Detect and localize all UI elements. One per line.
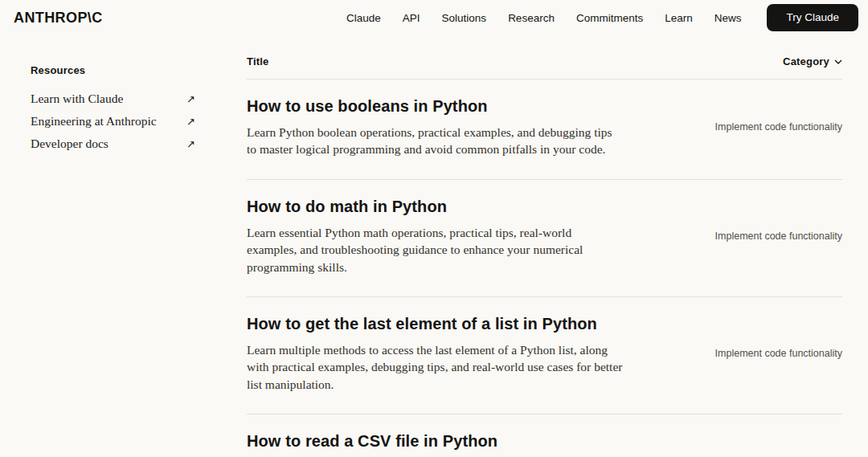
anthropic-logo[interactable]: ANTHROP\C [14,10,103,27]
article-category: Implement code functionality [699,231,842,242]
article-category: Implement code functionality [699,121,842,133]
sidebar-item-learn-with-claude[interactable]: Learn with Claude ↗ [31,88,195,110]
category-column-header: Category [783,55,829,67]
article-link[interactable]: How to read a CSV file in Python Learn m… [247,431,624,457]
nav-item-commitments[interactable]: Commitments [576,12,643,24]
nav-item-claude[interactable]: Claude [346,12,381,24]
article-row: How to read a CSV file in Python Learn m… [247,414,842,457]
nav-item-news[interactable]: News [714,12,742,24]
sidebar-item-label: Learn with Claude [31,92,123,106]
article-description: Learn essential Python math operations, … [247,224,624,275]
article-title[interactable]: How to get the last element of a list in… [247,314,624,334]
try-claude-button[interactable]: Try Claude [767,4,858,31]
list-header: Title Category [247,35,842,80]
chevron-down-icon [834,59,842,64]
article-category: Implement code functionality [699,348,842,359]
site-header: ANTHROP\C Claude API Solutions Research … [0,0,868,35]
external-link-arrow-icon: ↗ [186,93,195,105]
external-link-arrow-icon: ↗ [186,116,195,128]
article-row: How to get the last element of a list in… [247,297,842,414]
nav-item-solutions[interactable]: Solutions [442,12,487,24]
article-description: Learn multiple methods to access the las… [247,341,624,393]
nav-item-api[interactable]: API [403,12,420,24]
resource-list: Title Category How to use booleans in Py… [247,35,842,457]
external-link-arrow-icon: ↗ [186,138,195,150]
article-link[interactable]: How to use booleans in Python Learn Pyth… [247,96,624,158]
nav-item-learn[interactable]: Learn [665,12,693,24]
title-column-header: Title [247,55,269,67]
page-content: Resources Learn with Claude ↗ Engineerin… [0,35,868,457]
article-row: How to use booleans in Python Learn Pyth… [247,80,842,180]
sidebar-heading: Resources [31,64,195,76]
article-title[interactable]: How to read a CSV file in Python [247,431,624,451]
nav-item-research[interactable]: Research [508,12,555,24]
sidebar-item-label: Engineering at Anthropic [31,114,157,129]
sidebar-item-developer-docs[interactable]: Developer docs ↗ [31,133,195,155]
article-title[interactable]: How to do math in Python [247,197,624,217]
sidebar-item-engineering-at-anthropic[interactable]: Engineering at Anthropic ↗ [31,110,195,133]
article-link[interactable]: How to get the last element of a list in… [247,314,624,393]
category-filter-dropdown[interactable]: Category [783,55,842,67]
article-link[interactable]: How to do math in Python Learn essential… [247,197,624,275]
sidebar: Resources Learn with Claude ↗ Engineerin… [31,35,195,457]
article-description: Learn Python boolean operations, practic… [247,124,624,158]
article-title[interactable]: How to use booleans in Python [247,96,624,116]
sidebar-item-label: Developer docs [31,137,108,151]
article-row: How to do math in Python Learn essential… [247,180,842,297]
main-nav: Claude API Solutions Research Commitment… [346,12,741,24]
